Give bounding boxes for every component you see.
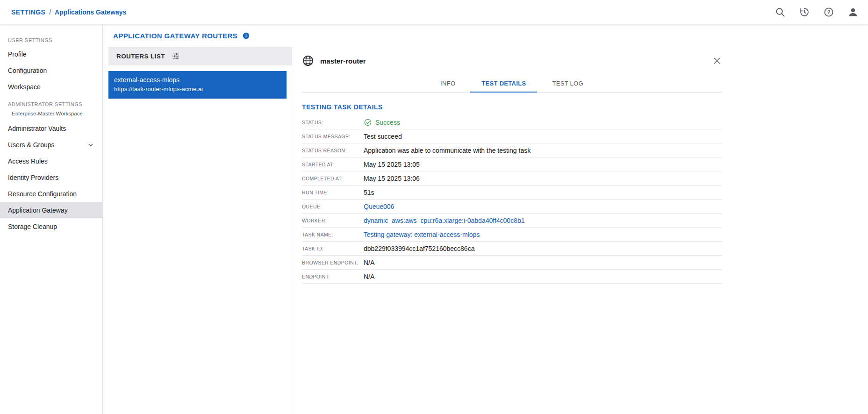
detail-row-value: Test succeed xyxy=(364,133,402,140)
detail-row-value: 51s xyxy=(364,189,374,196)
detail-row-label: WORKER: xyxy=(302,218,364,223)
detail-row-label: STATUS MESSAGE: xyxy=(302,134,364,139)
detail-row-value-text: dbb229f033994cc1af752160becc86ca xyxy=(364,245,474,252)
detail-row-label: TASK NAME: xyxy=(302,232,364,237)
chevron-down-icon xyxy=(86,141,95,149)
sidebar-item-workspace[interactable]: Workspace xyxy=(0,79,102,95)
detail-rows: STATUS:SuccessSTATUS MESSAGE:Test succee… xyxy=(302,115,722,284)
sidebar-item-resource-configuration[interactable]: Resource Configuration xyxy=(0,186,102,202)
detail-row-value: dbb229f033994cc1af752160becc86ca xyxy=(364,245,474,252)
page-title-row: APPLICATION GATEWAY ROUTERS xyxy=(103,24,868,47)
detail-row-value[interactable]: dynamic_aws:aws_cpu:r6a.xlarge:i-0abda40… xyxy=(364,217,525,224)
sidebar-item-label: Resource Configuration xyxy=(8,190,77,198)
tab-info[interactable]: INFO xyxy=(429,75,466,93)
sidebar-item-label: Administrator Vaults xyxy=(8,125,66,132)
profile-avatar-icon[interactable] xyxy=(847,7,859,18)
detail-row-label: BROWSER ENDPOINT: xyxy=(302,260,364,265)
tab-test-details[interactable]: TEST DETAILS xyxy=(470,75,537,93)
detail-row-label: TASK ID: xyxy=(302,246,364,251)
detail-row-value: Application was able to communicate with… xyxy=(364,147,531,154)
breadcrumb: SETTINGS / Applications Gateways xyxy=(11,8,126,16)
breadcrumb-applications-gateways[interactable]: Applications Gateways xyxy=(55,8,126,16)
sidebar-item-label: Application Gateway xyxy=(8,207,68,214)
routers-list-title: ROUTERS LIST xyxy=(116,53,165,60)
router-item-url: https://task-router-mlops-acme.ai xyxy=(114,86,279,93)
sidebar-item-label: Access Rules xyxy=(8,157,48,165)
sidebar-item-storage-cleanup[interactable]: Storage Cleanup xyxy=(0,218,102,235)
detail-row-value-text: 51s xyxy=(364,189,374,196)
svg-text:?: ? xyxy=(827,9,831,15)
filter-icon[interactable] xyxy=(172,52,180,60)
sidebar-item-profile[interactable]: Profile xyxy=(0,46,102,62)
detail-row: STATUS MESSAGE:Test succeed xyxy=(302,129,722,143)
sidebar-item-identity-providers[interactable]: Identity Providers xyxy=(0,169,102,186)
router-detail-header: master-router xyxy=(302,47,722,75)
detail-tabs: INFOTEST DETAILSTEST LOG xyxy=(302,75,722,93)
detail-row-label: STARTED AT: xyxy=(302,162,364,167)
history-icon[interactable] xyxy=(799,7,810,18)
sidebar-item-label: Storage Cleanup xyxy=(8,223,57,230)
detail-row-label: STATUS REASON: xyxy=(302,148,364,153)
router-list-item-external-access-mlops[interactable]: external-access-mlopshttps://task-router… xyxy=(108,71,287,99)
detail-row-value-text: dynamic_aws:aws_cpu:r6a.xlarge:i-0abda40… xyxy=(364,217,525,224)
sidebar-item-label: Profile xyxy=(8,50,27,58)
detail-row: STATUS REASON:Application was able to co… xyxy=(302,143,722,157)
detail-row: STATUS:Success xyxy=(302,115,722,129)
sidebar-item-administrator-vaults[interactable]: Administrator Vaults xyxy=(0,120,102,136)
detail-row: BROWSER ENDPOINT:N/A xyxy=(302,256,722,270)
success-check-icon xyxy=(364,118,372,127)
tab-test-log[interactable]: TEST LOG xyxy=(541,75,594,93)
sidebar-section-header: ADMINISTRATOR SETTINGS xyxy=(0,98,102,110)
testing-task-details-title: TESTING TASK DETAILS xyxy=(302,103,722,111)
detail-row: TASK NAME:Testing gateway: external-acce… xyxy=(302,228,722,242)
detail-row-value: May 15 2025 13:06 xyxy=(364,175,420,182)
detail-row: STARTED AT:May 15 2025 13:05 xyxy=(302,157,722,171)
detail-row-value-text: May 15 2025 13:06 xyxy=(364,175,420,182)
topbar: SETTINGS / Applications Gateways ? xyxy=(0,0,868,24)
sidebar-item-configuration[interactable]: Configuration xyxy=(0,62,102,79)
detail-row: WORKER:dynamic_aws:aws_cpu:r6a.xlarge:i-… xyxy=(302,214,722,228)
topbar-icons: ? xyxy=(775,7,859,18)
detail-row-value: N/A xyxy=(364,259,374,266)
detail-row-value-text: May 15 2025 13:05 xyxy=(364,161,420,168)
close-icon[interactable] xyxy=(712,56,722,65)
sidebar-item-label: Workspace xyxy=(8,83,41,91)
detail-row-value-text: N/A xyxy=(364,259,374,266)
content-row: ROUTERS LIST external-access-mlopshttps:… xyxy=(103,47,868,414)
detail-row-value: May 15 2025 13:05 xyxy=(364,161,420,168)
router-detail-title: master-router xyxy=(320,57,706,65)
detail-row: TASK ID:dbb229f033994cc1af752160becc86ca xyxy=(302,242,722,256)
router-item-name: external-access-mlops xyxy=(114,76,279,84)
search-icon[interactable] xyxy=(775,7,786,18)
sidebar-item-label: Configuration xyxy=(8,67,47,74)
detail-row-value-text: N/A xyxy=(364,273,374,280)
sidebar-item-users-groups[interactable]: Users & Groups xyxy=(0,136,102,153)
help-icon[interactable]: ? xyxy=(823,7,834,18)
sidebar-section-subheader: Enterprise-Master Workspace xyxy=(0,110,102,120)
globe-icon xyxy=(302,55,314,67)
detail-row-value[interactable]: Testing gateway: external-access-mlops xyxy=(364,231,480,238)
detail-row: RUN TIME:51s xyxy=(302,186,722,200)
detail-row-value-text: Application was able to communicate with… xyxy=(364,147,531,154)
detail-row: QUEUE:Queue006 xyxy=(302,200,722,214)
page-layout: USER SETTINGSProfileConfigurationWorkspa… xyxy=(0,24,868,414)
detail-row-label: COMPLETED AT: xyxy=(302,176,364,181)
breadcrumb-separator: / xyxy=(49,8,51,16)
sidebar-item-access-rules[interactable]: Access Rules xyxy=(0,153,102,169)
sidebar-item-application-gateway[interactable]: Application Gateway xyxy=(0,202,102,218)
page-title: APPLICATION GATEWAY ROUTERS xyxy=(113,32,237,40)
info-icon[interactable] xyxy=(242,32,250,40)
main-content: APPLICATION GATEWAY ROUTERS ROUTERS LIST… xyxy=(103,24,868,414)
detail-row: COMPLETED AT:May 15 2025 13:06 xyxy=(302,171,722,186)
detail-row-label: RUN TIME: xyxy=(302,190,364,195)
detail-row-value-text: Success xyxy=(375,119,400,126)
detail-row-value-text: Testing gateway: external-access-mlops xyxy=(364,231,480,238)
routers-panel: ROUTERS LIST external-access-mlopshttps:… xyxy=(108,47,292,414)
detail-row-label: STATUS: xyxy=(302,120,364,125)
breadcrumb-settings[interactable]: SETTINGS xyxy=(11,8,45,16)
detail-row-value: N/A xyxy=(364,273,374,280)
detail-row: ENDPOINT:N/A xyxy=(302,270,722,284)
detail-row-value-text: Test succeed xyxy=(364,133,402,140)
detail-row-value[interactable]: Queue006 xyxy=(364,203,394,210)
sidebar: USER SETTINGSProfileConfigurationWorkspa… xyxy=(0,24,103,414)
